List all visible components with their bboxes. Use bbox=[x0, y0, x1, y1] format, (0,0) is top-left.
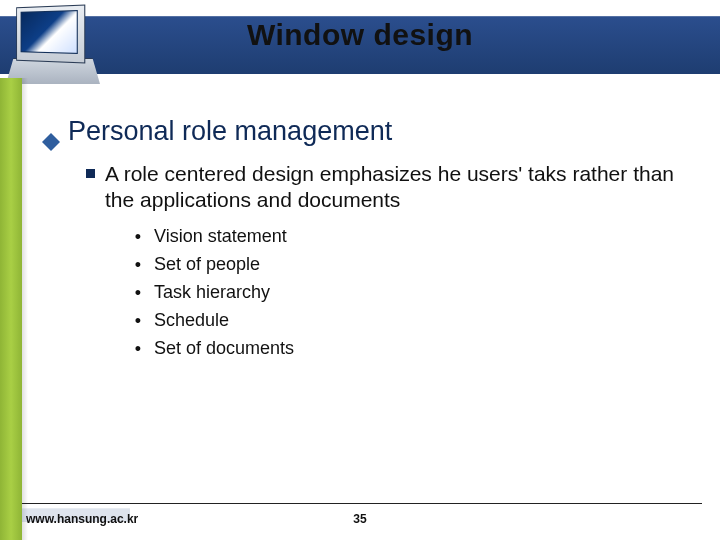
slide: Window design Personal role management A… bbox=[0, 0, 720, 540]
bullet-text: Set of documents bbox=[154, 338, 294, 359]
content-area: Personal role management A role centered… bbox=[42, 116, 696, 480]
logo-monitor-icon bbox=[6, 0, 100, 84]
bullet-text: Set of people bbox=[154, 254, 260, 275]
list-item: • Set of people bbox=[134, 254, 696, 276]
subheading-text: A role centered design emphasizes he use… bbox=[105, 161, 695, 212]
bullet-list: • Vision statement • Set of people • Tas… bbox=[134, 226, 696, 360]
slide-title: Window design bbox=[0, 18, 720, 52]
square-bullet-icon bbox=[86, 169, 95, 178]
heading-row: Personal role management bbox=[42, 116, 696, 147]
footer-divider bbox=[22, 503, 702, 504]
bullet-text: Schedule bbox=[154, 310, 229, 331]
slide-number: 35 bbox=[0, 512, 720, 526]
list-item: • Vision statement bbox=[134, 226, 696, 248]
left-accent-stripe bbox=[0, 78, 22, 540]
dot-bullet-icon: • bbox=[134, 310, 142, 332]
bullet-text: Vision statement bbox=[154, 226, 287, 247]
dot-bullet-icon: • bbox=[134, 282, 142, 304]
bullet-text: Task hierarchy bbox=[154, 282, 270, 303]
list-item: • Task hierarchy bbox=[134, 282, 696, 304]
heading-text: Personal role management bbox=[68, 116, 392, 147]
dot-bullet-icon: • bbox=[134, 254, 142, 276]
dot-bullet-icon: • bbox=[134, 338, 142, 360]
list-item: • Set of documents bbox=[134, 338, 696, 360]
dot-bullet-icon: • bbox=[134, 226, 142, 248]
diamond-bullet-icon bbox=[42, 124, 60, 142]
list-item: • Schedule bbox=[134, 310, 696, 332]
subheading-row: A role centered design emphasizes he use… bbox=[86, 161, 696, 212]
